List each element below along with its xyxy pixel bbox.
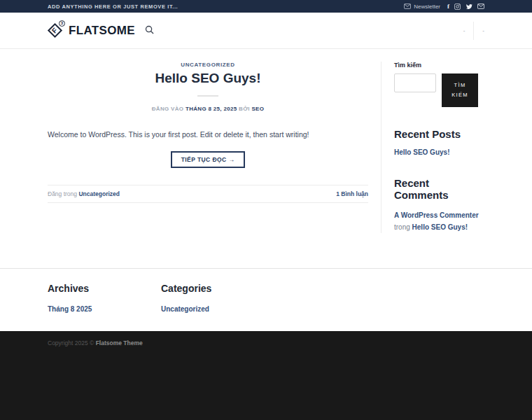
newsletter-label: Newsletter bbox=[414, 4, 440, 10]
recent-comments-title: Recent Comments bbox=[394, 177, 484, 201]
comments-link[interactable]: 1 Bình luận bbox=[336, 190, 368, 197]
post-author-link[interactable]: SEO bbox=[251, 106, 264, 112]
comment-author-link[interactable]: A WordPress Commenter bbox=[394, 211, 479, 219]
posted-on-label: ĐĂNG VÀO bbox=[152, 106, 184, 112]
nav-item-2[interactable]: - bbox=[482, 28, 484, 34]
main-row: UNCATEGORIZED Hello SEO Guys! ĐĂNG VÀO T… bbox=[48, 49, 484, 254]
posted-in-label: Đăng trong bbox=[48, 190, 77, 197]
footer-dark: Copyright 2025 © Flatsome Theme bbox=[0, 331, 532, 420]
footer-widgets: Archives Tháng 8 2025 Categories Uncateg… bbox=[0, 268, 532, 331]
post-meta-bar: Đăng trong Uncategorized 1 Bình luận bbox=[48, 185, 368, 203]
comment-prefix: trong bbox=[394, 223, 410, 231]
categories-link[interactable]: Uncategorized bbox=[161, 305, 274, 313]
site-logo[interactable]: F 3 FLATSOME bbox=[48, 23, 135, 38]
envelope-icon bbox=[404, 4, 411, 9]
archives-link[interactable]: Tháng 8 2025 bbox=[48, 305, 161, 313]
header-nav: - - bbox=[463, 22, 484, 40]
title-divider bbox=[197, 95, 218, 97]
read-more-button[interactable]: TIẾP TỤC ĐỌC → bbox=[171, 151, 246, 168]
archives-widget: Archives Tháng 8 2025 bbox=[48, 283, 161, 313]
recent-comment-item: A WordPress Commenter trong Hello SEO Gu… bbox=[394, 209, 484, 233]
post-excerpt: Welcome to WordPress. This is your first… bbox=[48, 130, 368, 139]
comment-post-link[interactable]: Hello SEO Guys! bbox=[412, 223, 468, 231]
categories-widget: Categories Uncategorized bbox=[161, 283, 274, 313]
search-icon[interactable] bbox=[145, 24, 154, 37]
email-icon[interactable] bbox=[477, 4, 484, 9]
search-widget-label: Tìm kiếm bbox=[394, 62, 484, 69]
page: ADD ANYTHING HERE OR JUST REMOVE IT... N… bbox=[0, 0, 532, 420]
copyright-line: Copyright 2025 © Flatsome Theme bbox=[48, 331, 484, 346]
flatsome-logo-icon: F 3 bbox=[48, 23, 63, 38]
topbar-right: Newsletter f bbox=[404, 4, 484, 10]
copyright-text: Copyright 2025 © bbox=[48, 340, 96, 346]
post-title: Hello SEO Guys! bbox=[48, 71, 368, 86]
post-date-line: ĐĂNG VÀO THÁNG 8 25, 2025 BỞI SEO bbox=[48, 106, 368, 112]
post-article: UNCATEGORIZED Hello SEO Guys! ĐĂNG VÀO T… bbox=[48, 62, 382, 233]
nav-divider bbox=[473, 22, 474, 40]
categories-title: Categories bbox=[161, 283, 274, 294]
nav-item-1[interactable]: - bbox=[463, 28, 465, 34]
instagram-icon[interactable] bbox=[454, 4, 461, 10]
newsletter-link[interactable]: Newsletter bbox=[404, 4, 440, 10]
sidebar-search-input[interactable] bbox=[394, 74, 436, 92]
copyright-brand-link[interactable]: Flatsome Theme bbox=[96, 340, 143, 346]
topbar-message: ADD ANYTHING HERE OR JUST REMOVE IT... bbox=[48, 4, 178, 10]
social-icons: f bbox=[447, 4, 484, 10]
site-header: F 3 FLATSOME - - bbox=[0, 13, 532, 49]
top-bar: ADD ANYTHING HERE OR JUST REMOVE IT... N… bbox=[0, 0, 532, 13]
recent-post-link[interactable]: Hello SEO Guys! bbox=[394, 148, 484, 156]
recent-posts-title: Recent Posts bbox=[394, 128, 484, 140]
posted-in-category-link[interactable]: Uncategorized bbox=[78, 190, 120, 197]
sidebar: Tìm kiếm TÌM KIẾM Recent Posts Hello SEO… bbox=[382, 62, 484, 233]
facebook-icon[interactable]: f bbox=[447, 4, 449, 10]
brand-name: FLATSOME bbox=[69, 24, 135, 38]
twitter-icon[interactable] bbox=[465, 4, 472, 10]
sidebar-search-button[interactable]: TÌM KIẾM bbox=[442, 74, 478, 107]
logo-badge: 3 bbox=[59, 20, 65, 27]
post-category-link[interactable]: UNCATEGORIZED bbox=[48, 62, 368, 68]
by-label: BỞI bbox=[239, 106, 250, 112]
post-date: THÁNG 8 25, 2025 bbox=[186, 106, 237, 112]
archives-title: Archives bbox=[48, 283, 161, 294]
